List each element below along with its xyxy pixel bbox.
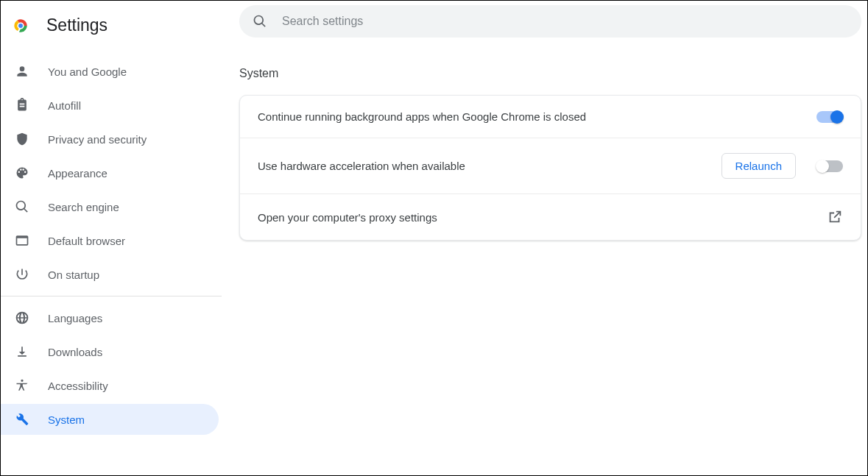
sidebar-item-label: Search engine	[48, 201, 119, 213]
relaunch-button[interactable]: Relaunch	[721, 153, 796, 179]
sidebar-divider	[1, 296, 222, 296]
sidebar-item-on-startup[interactable]: On startup	[1, 259, 219, 290]
clipboard-icon	[14, 98, 30, 113]
sidebar-item-label: Default browser	[48, 235, 125, 247]
sidebar-item-autofill[interactable]: Autofill	[1, 90, 219, 121]
row-background-apps: Continue running background apps when Go…	[240, 96, 861, 138]
sidebar-item-appearance[interactable]: Appearance	[1, 157, 219, 188]
main-content: System Continue running background apps …	[222, 1, 867, 475]
sidebar-item-label: Downloads	[48, 346, 102, 358]
brand: Settings	[1, 10, 222, 49]
sidebar-item-languages[interactable]: Languages	[1, 302, 219, 333]
sidebar-nav: You and Google Autofill Privacy and secu…	[1, 49, 222, 438]
row-hardware-accel: Use hardware acceleration when available…	[240, 138, 861, 194]
sidebar-item-label: System	[48, 413, 85, 426]
open-external-icon	[827, 209, 843, 225]
row-proxy-settings[interactable]: Open your computer's proxy settings	[240, 194, 861, 240]
settings-card: Continue running background apps when Go…	[239, 95, 861, 241]
globe-icon	[14, 310, 30, 325]
sidebar-item-downloads[interactable]: Downloads	[1, 336, 219, 367]
sidebar-item-label: Accessibility	[48, 380, 108, 392]
toggle-background-apps[interactable]	[816, 111, 843, 123]
power-icon	[14, 267, 30, 282]
accessibility-icon	[14, 378, 30, 393]
section-title: System	[239, 67, 861, 80]
person-icon	[14, 64, 30, 79]
row-label: Continue running background apps when Go…	[258, 110, 586, 123]
row-label: Use hardware acceleration when available	[258, 160, 465, 172]
sidebar: Settings You and Google Autofill Privacy…	[1, 1, 222, 475]
wrench-icon	[14, 412, 30, 427]
sidebar-item-label: Appearance	[48, 167, 107, 180]
search-icon	[253, 14, 267, 29]
search-icon	[14, 199, 30, 214]
toggle-hardware-accel[interactable]	[816, 160, 843, 172]
sidebar-item-accessibility[interactable]: Accessibility	[1, 370, 219, 401]
app-title: Settings	[46, 15, 107, 35]
palette-icon	[14, 166, 30, 180]
sidebar-item-search-engine[interactable]: Search engine	[1, 191, 219, 222]
sidebar-item-label: You and Google	[48, 65, 127, 78]
chrome-logo-icon	[11, 16, 30, 35]
search-input[interactable]	[282, 15, 848, 28]
sidebar-item-label: Privacy and security	[48, 133, 147, 146]
sidebar-item-label: Autofill	[48, 99, 81, 112]
sidebar-item-system[interactable]: System	[1, 404, 219, 435]
row-label: Open your computer's proxy settings	[258, 211, 437, 224]
sidebar-item-default-browser[interactable]: Default browser	[1, 225, 219, 256]
sidebar-item-you-and-google[interactable]: You and Google	[1, 56, 219, 87]
sidebar-item-label: On startup	[48, 269, 99, 281]
browser-icon	[14, 233, 30, 248]
shield-icon	[14, 132, 30, 146]
download-icon	[14, 344, 30, 359]
search-bar[interactable]	[239, 5, 861, 38]
sidebar-item-privacy[interactable]: Privacy and security	[1, 124, 219, 154]
sidebar-item-label: Languages	[48, 312, 102, 324]
